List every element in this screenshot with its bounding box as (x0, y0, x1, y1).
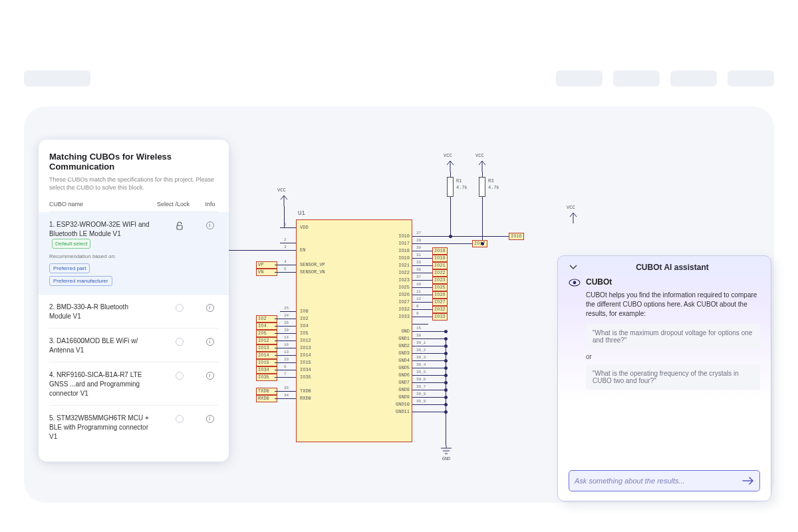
panel-subtitle: These CUBOs match the specifications for… (49, 176, 218, 192)
pin-name: IO27 (386, 299, 410, 305)
pin-name: IO0 (300, 309, 309, 314)
col-info-header: Info (202, 201, 218, 207)
pin-name: IO21 (386, 263, 410, 268)
vcc-label: VCC (277, 188, 286, 193)
pin-number: 33 (416, 260, 421, 265)
info-icon[interactable] (206, 415, 214, 423)
select-radio[interactable] (176, 338, 184, 346)
net-label: IO23 (432, 277, 448, 284)
pin-number: 16 (284, 342, 289, 347)
pin-number: 2 (284, 237, 287, 242)
pin-number: 39_1 (416, 340, 426, 345)
pin-name: IO15 (300, 360, 311, 365)
pin-name: IO33 (386, 314, 410, 319)
pin-number: 29 (284, 328, 289, 332)
resistor-r3 (479, 177, 485, 197)
cubo-item[interactable]: 3. DA16600MOD BLE WiFi w/ Antenna V1 (49, 329, 218, 362)
panel-title: Matching CUBOs for Wireless Communicatio… (49, 152, 218, 172)
r3-name: R3 (488, 178, 493, 184)
pin-name: GND (386, 329, 410, 334)
preferred-part-chip: Preferred part (49, 263, 90, 273)
chevron-down-icon[interactable] (569, 263, 578, 272)
pin-number: 3 (284, 245, 287, 249)
info-icon[interactable] (206, 304, 214, 312)
default-select-badge: Default select (52, 239, 90, 249)
pin-name: IO32 (386, 307, 410, 312)
pin-number: 39_2 (416, 348, 426, 352)
info-icon[interactable] (206, 338, 214, 346)
nav-placeholder-left (24, 70, 90, 86)
pin-number: 34 (284, 393, 289, 398)
pin-name: IO5 (300, 331, 309, 336)
pin-name: IO2 (300, 316, 309, 321)
pin-number: 39_3 (416, 355, 426, 360)
r3-value: 4.7k (488, 185, 499, 190)
matching-cubos-panel: Matching CUBOs for Wireless Communicatio… (39, 140, 229, 462)
pin-name: IO25 (386, 285, 410, 290)
vcc-label: VCC (567, 205, 575, 210)
cubo-name: 5. STM32WB5MMGH6TR MCU + BLE with Progra… (49, 414, 157, 442)
pin-number: 31 (416, 253, 421, 257)
resistor-r1 (447, 177, 454, 197)
pin-number: 9 (416, 311, 419, 316)
pin-number: 4 (284, 259, 287, 264)
pin-number: 30 (416, 245, 421, 250)
schematic-view[interactable]: VCC VCC VCC VCC R1 4.7k R3 4.7k U1 GND 1… (246, 146, 605, 466)
chat-title: CUBOt AI assistant (585, 263, 760, 272)
pin-number: 23 (284, 357, 289, 362)
cubot-eye-icon (569, 279, 581, 287)
info-icon[interactable] (206, 221, 214, 229)
net-label: IO25 (432, 284, 448, 291)
pin-number: 13 (284, 350, 289, 354)
pin-number: 24 (284, 313, 289, 318)
example-quote: "What is the maximum dropout voltage for… (586, 324, 760, 349)
pin-name: GND4 (386, 358, 410, 363)
cubo-item[interactable]: 2. BMD-330-A-R Bluetooth Module V1 (49, 295, 218, 329)
pin-number: 5 (284, 267, 287, 271)
pin-name: GND10 (386, 402, 410, 407)
pin-number: 26 (284, 321, 289, 325)
pin-name: IO35 (300, 374, 311, 380)
pin-name: GND1 (386, 336, 410, 341)
cubo-item[interactable]: 5. STM32WB5MMGH6TR MCU + BLE with Progra… (49, 406, 218, 448)
select-radio[interactable] (176, 415, 184, 423)
net-label: IO32 (432, 306, 448, 313)
pin-name: TXD0 (300, 388, 311, 394)
select-radio[interactable] (176, 372, 184, 380)
example-quote: "What is the operating frequency of the … (586, 364, 760, 390)
pin-name: SENSOR_VN (300, 269, 325, 275)
pin-number: 15 (416, 326, 421, 331)
svg-rect-8 (177, 225, 182, 229)
pin-name: IO14 (300, 352, 311, 358)
pin-number: 39_9 (416, 399, 426, 404)
pin-number: 27 (416, 231, 421, 235)
pin-number: 38 (416, 333, 421, 338)
chat-input[interactable]: Ask something about the results... (569, 470, 760, 491)
cubot-chat-panel: CUBOt AI assistant CUBOt CUBOt helps you… (557, 255, 771, 501)
pin-number: 39_4 (416, 362, 426, 367)
cubo-name: 2. BMD-330-A-R Bluetooth Module V1 (49, 303, 157, 321)
bot-name: CUBOt (586, 277, 612, 287)
pin-name: GND6 (386, 372, 410, 378)
cubo-name: 4. NRF9160-SICA-B1A-R7 LTE GNSS ...ard a… (49, 370, 157, 398)
pin-name: VDD (300, 225, 309, 230)
topnav (0, 0, 798, 93)
chat-titlebar: CUBOt AI assistant (569, 263, 760, 272)
cubo-item[interactable]: 1. ESP32-WROOM-32E WIFI and Bluetooth LE… (39, 212, 229, 295)
pin-number: 11 (416, 289, 421, 294)
pin-name: IO18 (386, 248, 410, 253)
send-icon[interactable] (742, 476, 754, 485)
info-icon[interactable] (206, 372, 214, 380)
pin-name: GND7 (386, 380, 410, 385)
select-radio[interactable] (176, 304, 184, 312)
pin-name: SENSOR_VP (300, 262, 325, 267)
net-label: IO26 (432, 291, 448, 299)
pin-number: 39_7 (416, 384, 426, 389)
r1-value: 4.7k (456, 185, 467, 190)
gnd-symbol: GND (440, 446, 453, 462)
net-label: IO27 (432, 299, 448, 306)
cubo-item[interactable]: 4. NRF9160-SICA-B1A-R7 LTE GNSS ...ard a… (49, 362, 218, 406)
pin-name: IO17 (386, 241, 410, 246)
lock-icon[interactable] (176, 221, 184, 231)
col-select-header: Select /Lock (157, 201, 202, 207)
